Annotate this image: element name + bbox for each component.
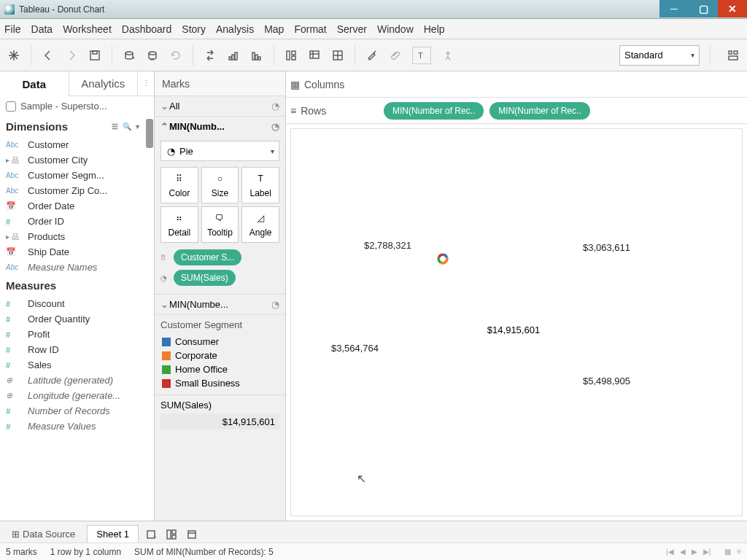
pause-button[interactable] bbox=[146, 49, 159, 62]
logo-icon[interactable] bbox=[7, 49, 20, 62]
field-products[interactable]: ▸ 品Products bbox=[0, 229, 145, 244]
menu-format[interactable]: Format bbox=[294, 23, 326, 35]
menu-worksheet[interactable]: Worksheet bbox=[63, 23, 112, 35]
field-label: Products bbox=[28, 231, 65, 242]
fit-selector[interactable]: Standard bbox=[619, 45, 700, 66]
columns-shelf[interactable]: ▦Columns bbox=[286, 71, 747, 98]
nav-next-icon[interactable]: ▶ bbox=[692, 548, 697, 556]
mark-type-selector[interactable]: ◔Pie bbox=[160, 141, 279, 161]
legend-item-home-office[interactable]: Home Office bbox=[155, 362, 285, 376]
field-discount[interactable]: #Discount bbox=[0, 296, 145, 311]
field-order-id[interactable]: #Order ID bbox=[0, 214, 145, 229]
tab-analytics[interactable]: Analytics bbox=[69, 71, 139, 96]
color-pill[interactable]: Customer S... bbox=[174, 249, 241, 265]
canvas[interactable]: $14,915,601 $3,063,611$5,498,905$3,564,7… bbox=[290, 128, 743, 516]
field-latitude-generated-[interactable]: ⊕Latitude (generated) bbox=[0, 373, 145, 388]
legend-item-corporate[interactable]: Corporate bbox=[155, 349, 285, 362]
field-sales[interactable]: #Sales bbox=[0, 357, 145, 373]
mark-card-color[interactable]: ⠿Color bbox=[160, 167, 198, 203]
menu-file[interactable]: File bbox=[4, 23, 21, 35]
menu-map[interactable]: Map bbox=[264, 23, 284, 35]
legend-item-small-business[interactable]: Small Business bbox=[155, 376, 285, 390]
marks-next-section[interactable]: ⌄MIN(Numbe...◔ bbox=[155, 295, 285, 314]
save-button[interactable] bbox=[88, 49, 101, 62]
legend-item-consumer[interactable]: Consumer bbox=[155, 335, 285, 349]
field-longitude-generate-[interactable]: ⊕Longitude (generate... bbox=[0, 388, 145, 403]
field-customer-segm-[interactable]: AbcCustomer Segm... bbox=[0, 168, 145, 183]
field-order-quantity[interactable]: #Order Quantity bbox=[0, 311, 145, 327]
minimize-button[interactable]: ─ bbox=[659, 0, 689, 18]
menu-data[interactable]: Data bbox=[31, 23, 53, 35]
slice-corporate[interactable] bbox=[441, 257, 449, 265]
tab-datasource[interactable]: ⊞Data Source bbox=[3, 526, 84, 542]
marks-all-section[interactable]: ⌄All◔ bbox=[155, 96, 285, 116]
nav-grid-icon[interactable]: ▦ bbox=[724, 548, 731, 556]
new-story-button[interactable] bbox=[184, 526, 200, 542]
pin-button[interactable] bbox=[441, 49, 454, 62]
swap-button[interactable] bbox=[204, 49, 217, 62]
search-icon[interactable]: 🔍 bbox=[123, 122, 131, 131]
field-measure-names[interactable]: AbcMeasure Names bbox=[0, 260, 145, 275]
tab-options-button[interactable]: ⋮ bbox=[138, 71, 154, 96]
mark-card-angle[interactable]: ◿Angle bbox=[241, 206, 279, 243]
slice-home-office[interactable] bbox=[437, 257, 441, 264]
field-ship-date[interactable]: 📅Ship Date bbox=[0, 244, 145, 260]
new-dashboard-button[interactable] bbox=[163, 526, 179, 542]
tab-sheet1[interactable]: Sheet 1 bbox=[87, 525, 139, 542]
sort-desc-button[interactable] bbox=[250, 49, 263, 62]
close-button[interactable]: ✕ bbox=[718, 0, 747, 18]
field-customer-city[interactable]: ▸ 品Customer City bbox=[0, 152, 145, 168]
mark-card-tooltip[interactable]: 🗨Tooltip bbox=[201, 206, 239, 243]
highlight-button[interactable] bbox=[365, 49, 379, 62]
field-measure-values[interactable]: #Measure Values bbox=[0, 419, 145, 434]
show-me-button[interactable] bbox=[727, 49, 740, 62]
mark-card-label[interactable]: TLabel bbox=[241, 167, 279, 203]
menu-window[interactable]: Window bbox=[377, 23, 414, 35]
field-row-id[interactable]: #Row ID bbox=[0, 342, 145, 357]
menu-story[interactable]: Story bbox=[182, 23, 206, 35]
totals-button[interactable] bbox=[331, 49, 344, 62]
new-datasource-button[interactable]: + bbox=[123, 49, 136, 62]
color-pill-row[interactable]: ⠿Customer S... bbox=[155, 247, 285, 268]
marks-current-section[interactable]: ⌃MIN(Numb...◔ bbox=[155, 117, 285, 136]
scrollbar[interactable] bbox=[145, 116, 154, 521]
maximize-button[interactable]: ▢ bbox=[689, 0, 718, 18]
rows-pill-2[interactable]: MIN(Number of Rec.. bbox=[489, 102, 589, 120]
menu-server[interactable]: Server bbox=[337, 23, 367, 35]
refresh-button[interactable] bbox=[169, 49, 182, 62]
datasource-row[interactable]: Sample - Supersto... bbox=[0, 96, 154, 116]
view-mode-icon[interactable]: ☰ bbox=[112, 122, 118, 131]
legend-swatch bbox=[162, 379, 171, 388]
field-profit[interactable]: #Profit bbox=[0, 327, 145, 342]
rows-pill-1[interactable]: MIN(Number of Rec.. bbox=[384, 102, 484, 120]
slice-consumer[interactable] bbox=[443, 253, 448, 258]
field-customer[interactable]: AbcCustomer bbox=[0, 137, 145, 152]
worksheet-button[interactable] bbox=[308, 49, 321, 62]
angle-pill[interactable]: SUM(Sales) bbox=[174, 270, 236, 286]
mark-card-size[interactable]: ○Size bbox=[201, 167, 239, 203]
menu-analysis[interactable]: Analysis bbox=[216, 23, 254, 35]
menu-help[interactable]: Help bbox=[424, 23, 445, 35]
nav-list-icon[interactable]: ≡ bbox=[737, 548, 741, 556]
new-sheet-button[interactable]: + bbox=[143, 526, 159, 542]
field-order-date[interactable]: 📅Order Date bbox=[0, 198, 145, 214]
dimensions-menu-icon[interactable]: ▾ bbox=[136, 122, 139, 131]
field-number-of-records[interactable]: #Number of Records bbox=[0, 403, 145, 419]
field-label: Customer bbox=[28, 139, 69, 150]
menu-dashboard[interactable]: Dashboard bbox=[122, 23, 172, 35]
labels-button[interactable]: T bbox=[412, 47, 431, 64]
sort-asc-button[interactable] bbox=[227, 49, 240, 62]
attach-button[interactable] bbox=[389, 49, 402, 62]
mark-card-detail[interactable]: ⠶Detail bbox=[160, 206, 198, 243]
nav-last-icon[interactable]: ▶| bbox=[703, 548, 711, 556]
tab-data[interactable]: Data bbox=[0, 71, 69, 96]
forward-button[interactable] bbox=[65, 49, 78, 62]
field-customer-zip-co-[interactable]: AbcCustomer Zip Co... bbox=[0, 183, 145, 198]
legend-swatch bbox=[162, 351, 171, 360]
nav-prev-icon[interactable]: ◀ bbox=[680, 548, 686, 556]
rows-shelf[interactable]: ≡Rows MIN(Number of Rec.. MIN(Number of … bbox=[286, 98, 747, 124]
group-button[interactable] bbox=[285, 49, 298, 62]
angle-pill-row[interactable]: ◔SUM(Sales) bbox=[155, 268, 285, 288]
nav-first-icon[interactable]: |◀ bbox=[666, 548, 674, 556]
back-button[interactable] bbox=[42, 49, 55, 62]
